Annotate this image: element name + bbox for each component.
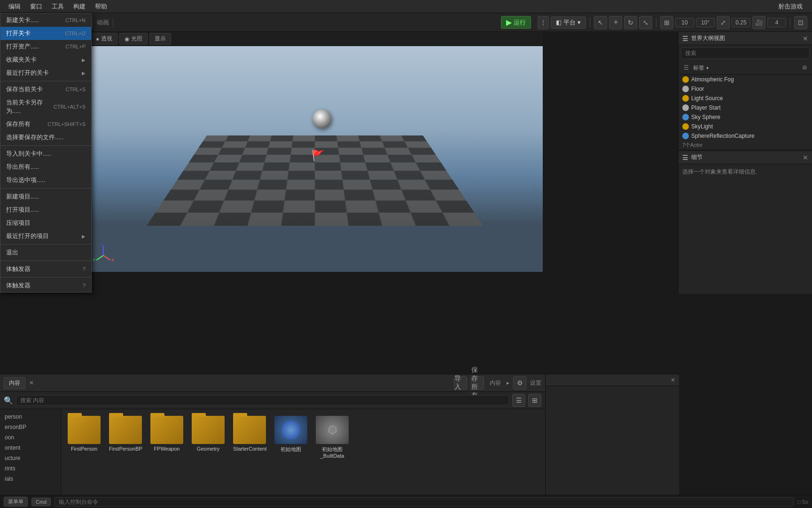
- console-tree-btn[interactable]: 菜单单: [4, 497, 28, 507]
- console-input[interactable]: [55, 497, 794, 507]
- cb-nav-oon[interactable]: oon: [0, 432, 61, 443]
- console-cmd-btn[interactable]: Cmd: [31, 498, 51, 506]
- camera-speed[interactable]: 🎥: [752, 16, 765, 29]
- scale-snap-toggle[interactable]: ⤢: [717, 16, 730, 29]
- outliner-item-atmospheric[interactable]: Atmospheric Fog: [679, 75, 812, 84]
- menu-help[interactable]: 帮助: [90, 0, 112, 13]
- cb-folder-firstperson[interactable]: FirstPerson: [66, 414, 102, 460]
- cb-item-builtdata[interactable]: ⬡ 初始地图_BuiltData: [314, 414, 351, 460]
- outliner-icon-atmospheric: [682, 76, 689, 83]
- main-viewport[interactable]: 🚩 X Y Z: [87, 32, 543, 272]
- layout-btn[interactable]: ⊡: [794, 16, 807, 29]
- cb-save-all-label: 内容: [490, 379, 501, 387]
- dd-arrow-recent-levels: ▶: [82, 71, 86, 76]
- dd-item-save-all[interactable]: 保存所有 CTRL+SHIFT+S: [0, 118, 91, 131]
- cb-import-btn[interactable]: 导入: [454, 376, 467, 389]
- cb-toolbar: 🔍 ☰ ⊞: [0, 392, 545, 409]
- grid-toggle[interactable]: ⊞: [660, 16, 673, 29]
- cb-nav-ials[interactable]: ials: [0, 474, 61, 484]
- rotate-tool[interactable]: ↻: [624, 16, 637, 29]
- cb-settings-btn[interactable]: ⚙: [513, 376, 526, 389]
- cb-nav-content[interactable]: ontent: [0, 443, 61, 453]
- dd-item-open-asset[interactable]: 打开资产..... CTRL+P: [0, 40, 91, 53]
- dd-item-compress-project[interactable]: 压缩项目: [0, 216, 91, 230]
- menu-build[interactable]: 构建: [69, 0, 90, 13]
- dd-item-save-as[interactable]: 当前关卡另存为..... CTRL+ALT+S: [0, 96, 91, 118]
- dd-label-open-level: 打开关卡: [6, 29, 31, 38]
- platform-button[interactable]: ◧ 平台 ▾: [551, 16, 586, 29]
- folder-label-fpweapon: FPWeapon: [154, 446, 180, 452]
- cb-main: person ersonBP oon ontent ucture rints i…: [0, 409, 545, 503]
- folder-label-builtdata: 初始地图_BuiltData: [316, 446, 349, 459]
- run-button[interactable]: ▶ 运行: [501, 16, 531, 29]
- cb-item-initialmap[interactable]: 初始地图: [273, 414, 309, 460]
- cb-view-btn[interactable]: ⊞: [528, 394, 541, 407]
- dd-item-open-level[interactable]: 打开关卡 CTRL+O: [0, 27, 91, 40]
- outliner-item-skysphere[interactable]: Sky Sphere: [679, 112, 812, 122]
- dd-label-export-all: 导出所有.....: [6, 163, 39, 171]
- dd-item-recent-levels[interactable]: 最近打开的关卡 ▶: [0, 66, 91, 79]
- outliner-item-floor[interactable]: Floor: [679, 84, 812, 94]
- dd-sep-1: [0, 81, 91, 81]
- dd-item-open-project[interactable]: 打开项目.....: [0, 203, 91, 216]
- dd-item-collider[interactable]: 体触发器 ?: [0, 262, 91, 276]
- move-tool[interactable]: ✛: [609, 16, 622, 29]
- cb-folder-startercontent[interactable]: StarterContent: [231, 414, 268, 460]
- dd-item-collider2[interactable]: 体触发器 ?: [0, 279, 91, 292]
- outliner-close-btn[interactable]: ✕: [803, 35, 808, 42]
- cb-folder-firstpersonbp[interactable]: FirstPersonBP: [107, 414, 144, 460]
- console-bar: 菜单单 Cmd □ So: [0, 495, 812, 508]
- cb-nav-personbp[interactable]: ersonBP: [0, 422, 61, 432]
- outliner-item-sphere-capture[interactable]: SphereReflectionCapture: [679, 131, 812, 141]
- dd-item-recent-projects[interactable]: 最近打开的项目 ▶: [0, 230, 91, 243]
- dd-item-quit[interactable]: 退出: [0, 246, 91, 259]
- dd-item-import[interactable]: 导入到关卡中.....: [0, 147, 91, 160]
- cb-folder-geometry[interactable]: Geometry: [190, 414, 226, 460]
- cb-nav-person[interactable]: person: [0, 412, 61, 422]
- dd-item-favorites[interactable]: 收藏夹关卡 ▶: [0, 53, 91, 66]
- outliner-item-lightsource[interactable]: Light Source: [679, 94, 812, 103]
- view-lighting-btn[interactable]: ◉ 光照: [119, 33, 148, 45]
- cb-close-btn[interactable]: ✕: [29, 380, 34, 386]
- cb-folder-fpweapon[interactable]: FPWeapon: [148, 414, 185, 460]
- outliner-item-skylight[interactable]: SkyLight: [679, 122, 812, 131]
- outliner-settings-btn[interactable]: ⚙: [799, 63, 810, 73]
- cb-nav-structure[interactable]: ucture: [0, 453, 61, 463]
- content-browser: 内容 ✕ 导入 保存所有 内容 ▸ ⚙ 设置 🔍 ☰ ⊞ person erso…: [0, 374, 545, 508]
- cb-tab-content[interactable]: 内容: [4, 377, 25, 389]
- view-lighting-label: 光照: [131, 35, 142, 43]
- dd-item-export-selected[interactable]: 导出选中项.....: [0, 174, 91, 187]
- dd-item-save-current[interactable]: 保存当前关卡 CTRL+S: [0, 83, 91, 96]
- pause-button[interactable]: ⋮: [538, 16, 549, 29]
- menu-window[interactable]: 窗口: [25, 0, 47, 13]
- menu-tools[interactable]: 工具: [47, 0, 69, 13]
- folder-icon-firstperson: [68, 416, 101, 444]
- scale-tool[interactable]: ⤡: [639, 16, 652, 29]
- axis-gizmo: X Y Z: [92, 244, 115, 267]
- cb-save-all-btn[interactable]: 保存所有: [471, 376, 484, 389]
- blp-close-btn[interactable]: ✕: [671, 377, 675, 383]
- dd-item-choose-save[interactable]: 选择要保存的文件.....: [0, 131, 91, 144]
- outliner-name-floor: Floor: [691, 86, 808, 92]
- outliner-search-input[interactable]: [681, 48, 810, 59]
- outliner-filter-btn[interactable]: ☰: [681, 63, 691, 73]
- dd-label-new-project: 新建项目.....: [6, 192, 39, 201]
- outliner-icon-floor: [682, 86, 689, 92]
- view-show-btn[interactable]: 显示: [149, 33, 171, 45]
- dd-item-export-all[interactable]: 导出所有.....: [0, 160, 91, 174]
- dd-item-new-level[interactable]: 新建关卡..... CTRL+N: [0, 14, 91, 27]
- cb-search-input[interactable]: [16, 395, 509, 405]
- outliner-item-playerstart[interactable]: Player Start: [679, 103, 812, 112]
- view-perspective-btn[interactable]: ● 透视: [91, 33, 117, 45]
- dd-sep-5: [0, 261, 91, 261]
- details-close-btn[interactable]: ✕: [803, 154, 808, 161]
- folder-icon-fpweapon: [150, 416, 183, 444]
- details-placeholder-text: 选择一个对象来查看详细信息.: [682, 168, 757, 175]
- menu-edit[interactable]: 编辑: [4, 0, 25, 13]
- dd-item-new-project[interactable]: 新建项目.....: [0, 190, 91, 203]
- dd-label-favorites: 收藏夹关卡: [6, 56, 37, 64]
- cb-filter-btn[interactable]: ☰: [512, 394, 525, 407]
- platform-label: 平台: [563, 18, 576, 27]
- select-tool[interactable]: ↖: [594, 16, 607, 29]
- cb-nav-prints[interactable]: rints: [0, 463, 61, 474]
